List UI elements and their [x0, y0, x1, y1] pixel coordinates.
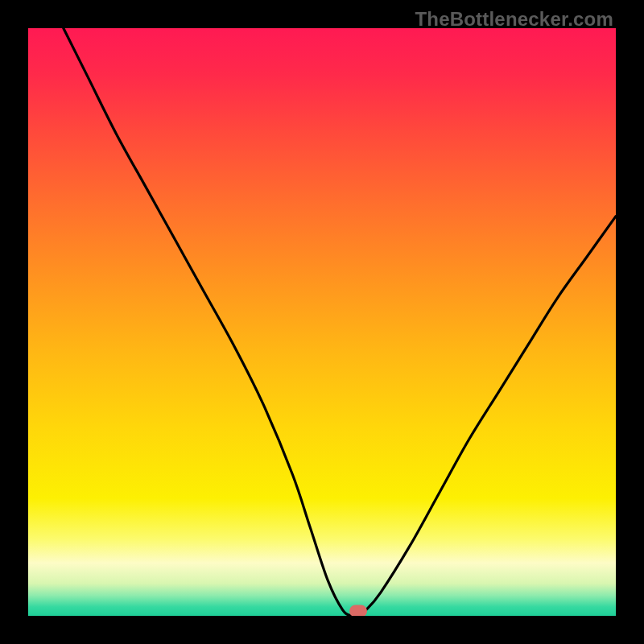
site-watermark: TheBottlenecker.com — [415, 8, 613, 31]
optimal-point-marker — [349, 605, 367, 617]
plot-area — [28, 28, 616, 616]
chart-frame: TheBottlenecker.com — [0, 0, 644, 644]
bottleneck-curve — [28, 28, 616, 616]
